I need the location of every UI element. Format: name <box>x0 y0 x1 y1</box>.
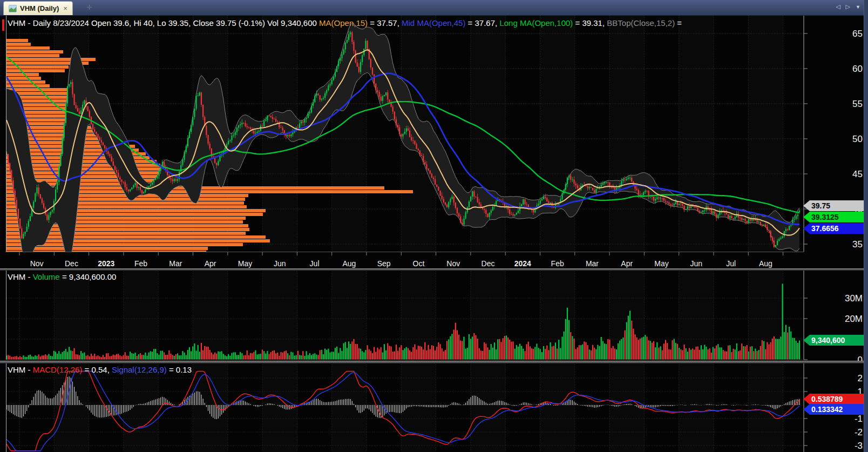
panel-separator[interactable] <box>0 268 864 271</box>
month-label: 2023 <box>98 259 114 268</box>
volume-y-axis[interactable]: 30M20M0 <box>804 293 863 365</box>
macd-panel-title: VHM - MACD(12,26) = 0.54, Signal(12,26,9… <box>8 365 192 374</box>
trading-app-window: VHM (Daily) × ✛ ◁ ▷ ▼ 6560555045403530M2… <box>0 0 868 452</box>
ma100-legend: Long MA(Open,100) <box>499 18 573 28</box>
month-label: 2024 <box>514 259 531 268</box>
macd-tick-label: -2 <box>855 427 863 437</box>
volume-tick-label: 20M <box>845 314 863 324</box>
month-label: Apr <box>621 259 633 268</box>
month-label: Feb <box>551 259 564 268</box>
price-tick-label: 60 <box>852 64 863 74</box>
month-label: Aug <box>759 259 772 268</box>
macd-plot[interactable] <box>6 363 804 452</box>
month-label: May <box>654 259 668 268</box>
volume-plot[interactable] <box>6 270 804 360</box>
month-label: Feb <box>134 259 147 268</box>
last-price-tag: 39.75 <box>803 200 867 211</box>
macd-tick-label: 2 <box>858 373 863 383</box>
price-plot[interactable] <box>6 16 804 264</box>
price-tick-label: 65 <box>852 29 863 39</box>
month-label: Mar <box>169 259 182 268</box>
month-label: Nov <box>446 259 460 268</box>
bbtop-legend: BBTop(Close,15,2) <box>607 18 675 28</box>
price-panel-title: VHM - Daily 8/23/2024 Open 39.6, Hi 40, … <box>8 18 682 28</box>
window-edge-strip <box>864 0 868 452</box>
volume-tick-label: 30M <box>845 293 863 303</box>
volume-value-tag: 9,340,600 <box>803 335 868 346</box>
ma45-value-tag: 37.6656 <box>803 223 867 234</box>
month-label: Mar <box>586 259 599 268</box>
month-label: Apr <box>205 259 216 268</box>
signal-value-tag: 0.133342 <box>803 404 868 415</box>
ma45-legend: Mid MA(Open,45) <box>402 18 465 28</box>
ma15-legend: MA(Open,15) <box>319 18 368 28</box>
ma100-value-tag: 39.3125 <box>803 212 867 222</box>
panel-separator[interactable] <box>0 361 864 363</box>
volume-legend: Volume <box>33 272 60 281</box>
signal-legend: Signal(12,26,9) <box>112 365 167 374</box>
macd-tick-label: -3 <box>855 441 863 451</box>
month-label: Jun <box>274 259 286 268</box>
month-label: Dec <box>65 259 78 268</box>
month-label: Aug <box>342 259 356 268</box>
macd-tick-label: -1 <box>855 414 863 424</box>
month-label: Jul <box>310 259 320 268</box>
price-tick-label: 35 <box>852 239 863 249</box>
date-axis[interactable]: NovDec2023FebMarAprMayJunJulAugSepOctNov… <box>19 252 783 268</box>
month-label: Nov <box>30 259 44 268</box>
month-label: Jun <box>690 259 703 268</box>
month-label: Jul <box>726 259 736 268</box>
macd-value-tag: 0.538789 <box>803 394 868 404</box>
volume-tick-label: 0 <box>858 355 863 365</box>
month-label: May <box>238 259 252 268</box>
chart-canvas[interactable]: 6560555045403530M20M021-1-2-3NovDec2023F… <box>0 0 864 452</box>
month-label: Sep <box>377 259 391 268</box>
volume-panel-title: VHM - Volume = 9,340,600.00 <box>8 272 116 281</box>
price-tick-label: 55 <box>852 99 863 109</box>
macd-legend: MACD(12,26) <box>33 365 83 374</box>
month-label: Oct <box>413 259 425 268</box>
month-label: Dec <box>482 259 495 268</box>
price-tick-label: 50 <box>852 134 863 144</box>
price-tick-label: 45 <box>852 169 863 179</box>
